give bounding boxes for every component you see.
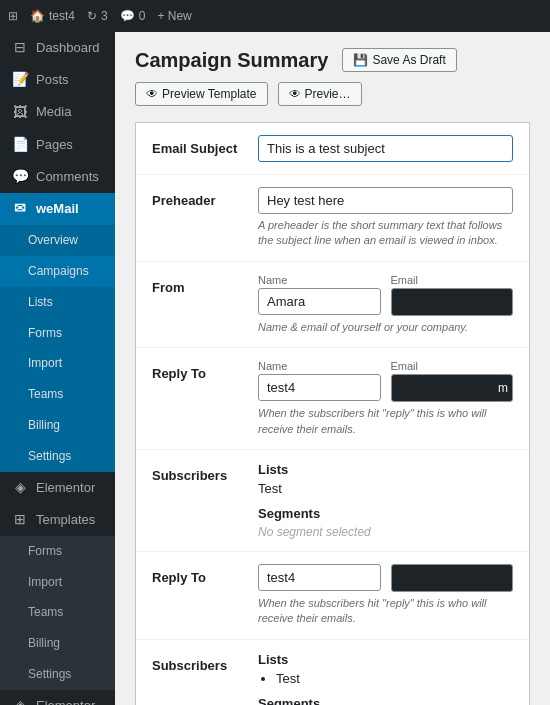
- campaign-summary-form: Email Subject Preheader A preheader is t…: [135, 122, 530, 705]
- sidebar-item-teams2[interactable]: Teams: [0, 597, 115, 628]
- main-inner: Campaign Summary 💾 Save As Draft 👁 Previ…: [115, 32, 550, 705]
- wemail-icon: ✉: [12, 201, 28, 217]
- reply-to-row-2: Reply To When the subscribers hit "reply…: [136, 552, 529, 640]
- sidebar-item-forms2[interactable]: Forms: [0, 536, 115, 567]
- reply-to-name-col: Name: [258, 360, 381, 402]
- preview-template-button[interactable]: 👁 Preview Template: [135, 82, 268, 106]
- subscribers-row: Subscribers Lists Test Segments No segme…: [136, 450, 529, 552]
- wp-logo-icon: ⊞: [8, 9, 18, 23]
- media-icon: 🖼: [12, 104, 28, 120]
- email-subject-label: Email Subject: [152, 135, 242, 156]
- page-header: Campaign Summary 💾 Save As Draft 👁 Previ…: [135, 48, 530, 106]
- segments-section-2: Segments No segment selected: [258, 696, 513, 705]
- subscribers-row-2: Subscribers Lists Test Segments No segme…: [136, 640, 529, 705]
- sidebar-item-overview[interactable]: Overview: [0, 225, 115, 256]
- wemail-section: ✉ weMail Overview Campaigns Lists Forms …: [0, 193, 115, 472]
- preheader-hint: A preheader is the short summary text th…: [258, 218, 513, 249]
- from-name-col: Name: [258, 274, 381, 316]
- sidebar-item-import[interactable]: Import: [0, 348, 115, 379]
- reply-to-email-col: Email m: [391, 360, 514, 402]
- dashboard-icon: ⊟: [12, 40, 28, 56]
- sidebar-item-comments[interactable]: 💬 Comments: [0, 161, 115, 193]
- sidebar-item-templates1[interactable]: ⊞ Templates: [0, 504, 115, 536]
- reply-to-fields-2: [258, 564, 513, 592]
- sidebar-item-import2[interactable]: Import: [0, 567, 115, 598]
- reply-to-hint: When the subscribers hit "reply" this is…: [258, 406, 513, 437]
- sidebar-item-settings[interactable]: Settings: [0, 441, 115, 472]
- reply-to-name-col-2: [258, 564, 381, 592]
- subscribers-content-2: Lists Test Segments No segment selected: [258, 652, 513, 705]
- sidebar-item-billing[interactable]: Billing: [0, 410, 115, 441]
- sidebar-item-elementor2[interactable]: ◈ Elementor: [0, 690, 115, 705]
- from-content: Name Email Name & email of yourself or y…: [258, 274, 513, 335]
- email-subject-input[interactable]: [258, 135, 513, 162]
- lists-value: Test: [258, 481, 513, 496]
- from-email-col: Email: [391, 274, 514, 316]
- email-subject-content: [258, 135, 513, 162]
- reply-to-name-input-2[interactable]: [258, 564, 381, 591]
- sidebar-item-forms[interactable]: Forms: [0, 318, 115, 349]
- save-icon: 💾: [353, 53, 368, 67]
- reply-to-label: Reply To: [152, 360, 242, 381]
- sidebar-item-dashboard[interactable]: ⊟ Dashboard: [0, 32, 115, 64]
- sidebar-item-settings2[interactable]: Settings: [0, 659, 115, 690]
- sidebar-item-posts[interactable]: 📝 Posts: [0, 64, 115, 96]
- admin-bar-comments[interactable]: 💬 0: [120, 9, 146, 23]
- lists-title-2: Lists: [258, 652, 513, 667]
- subscribers-label-2: Subscribers: [152, 652, 242, 673]
- from-name-input[interactable]: [258, 288, 381, 315]
- lists-section: Lists Test: [258, 462, 513, 496]
- segments-title: Segments: [258, 506, 513, 521]
- reply-to-email-redacted: m: [391, 374, 514, 402]
- sidebar-item-lists[interactable]: Lists: [0, 287, 115, 318]
- from-name-label: Name: [258, 274, 381, 286]
- preheader-row: Preheader A preheader is the short summa…: [136, 175, 529, 262]
- preheader-label: Preheader: [152, 187, 242, 208]
- save-as-draft-button[interactable]: 💾 Save As Draft: [342, 48, 456, 72]
- admin-bar-new[interactable]: + New: [157, 9, 191, 23]
- new-button[interactable]: + New: [157, 9, 191, 23]
- list-item: Test: [276, 671, 513, 686]
- comments-icon: 💬: [12, 169, 28, 185]
- reply-to-fields: Name Email m: [258, 360, 513, 402]
- elementor-icon2: ◈: [12, 698, 28, 705]
- preheader-input[interactable]: [258, 187, 513, 214]
- sidebar-item-wemail[interactable]: ✉ weMail: [0, 193, 115, 225]
- pages-icon: 📄: [12, 137, 28, 153]
- lists-title: Lists: [258, 462, 513, 477]
- second-submenu: Forms Import Teams Billing Settings: [0, 536, 115, 690]
- admin-bar-site[interactable]: 🏠 test4: [30, 9, 75, 23]
- sidebar-item-teams[interactable]: Teams: [0, 379, 115, 410]
- from-row: From Name Email Name & email of yourself…: [136, 262, 529, 348]
- sidebar-item-pages[interactable]: 📄 Pages: [0, 129, 115, 161]
- eye-icon: 👁: [146, 87, 158, 101]
- sidebar-item-elementor1[interactable]: ◈ Elementor: [0, 472, 115, 504]
- sidebar-item-billing2[interactable]: Billing: [0, 628, 115, 659]
- wemail-submenu: Overview Campaigns Lists Forms Import Te…: [0, 225, 115, 471]
- templates-icon1: ⊞: [12, 512, 28, 528]
- reply-to-name-input[interactable]: [258, 374, 381, 401]
- reply-to-email-redacted-2: [391, 564, 514, 592]
- admin-bar-updates[interactable]: ↻ 3: [87, 9, 108, 23]
- from-hint: Name & email of yourself or your company…: [258, 320, 513, 335]
- from-email-label: Email: [391, 274, 514, 286]
- home-icon: 🏠: [30, 9, 45, 23]
- no-segment: No segment selected: [258, 525, 513, 539]
- email-subject-row: Email Subject: [136, 123, 529, 175]
- elementor-icon1: ◈: [12, 480, 28, 496]
- reply-to-content-2: When the subscribers hit "reply" this is…: [258, 564, 513, 627]
- sidebar-item-campaigns[interactable]: Campaigns: [0, 256, 115, 287]
- sidebar-item-media[interactable]: 🖼 Media: [0, 96, 115, 128]
- subscribers-content: Lists Test Segments No segment selected: [258, 462, 513, 539]
- reply-to-name-label: Name: [258, 360, 381, 372]
- lists-section-2: Lists Test: [258, 652, 513, 686]
- lists-bullet: Test: [258, 671, 513, 686]
- reply-to-label-2: Reply To: [152, 564, 242, 585]
- admin-bar-wp-logo[interactable]: ⊞: [8, 9, 18, 23]
- preview-button[interactable]: 👁 Previe…: [278, 82, 362, 106]
- sidebar: ⊟ Dashboard 📝 Posts 🖼 Media 📄 Pages 💬 Co…: [0, 32, 115, 705]
- from-email-redacted: [391, 288, 514, 316]
- updates-icon: ↻: [87, 9, 97, 23]
- reply-to-hint-2: When the subscribers hit "reply" this is…: [258, 596, 513, 627]
- reply-to-email-label: Email: [391, 360, 514, 372]
